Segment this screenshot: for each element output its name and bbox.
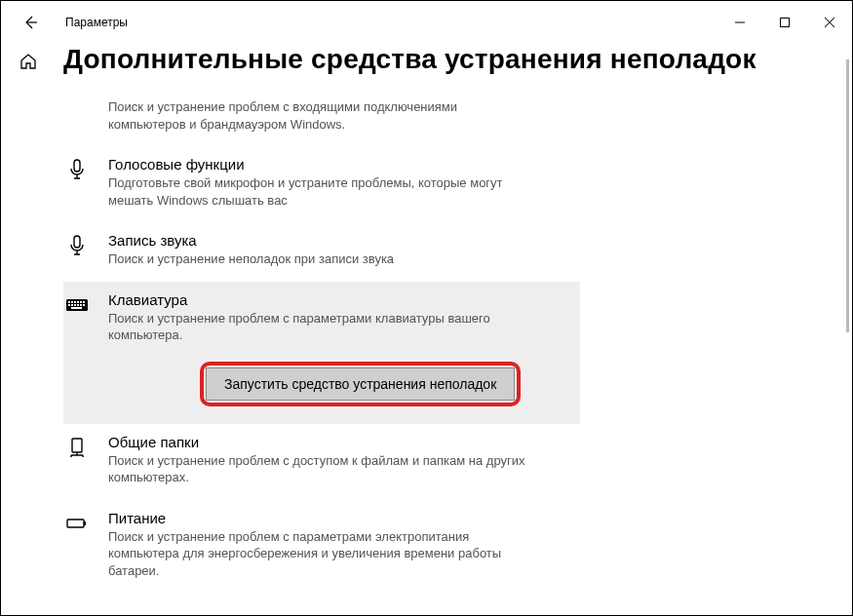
run-troubleshooter-button[interactable]: Запустить средство устранения неполадок <box>206 367 515 401</box>
svg-rect-15 <box>83 304 85 306</box>
maximize-button[interactable] <box>762 7 807 38</box>
home-icon[interactable] <box>19 52 38 71</box>
item-desc: Поиск и устранение проблем с параметрами… <box>108 528 527 580</box>
item-title: Общие папки <box>108 434 603 450</box>
item-desc: Подготовьте свой микрофон и устраните пр… <box>108 174 527 209</box>
svg-rect-6 <box>74 301 76 303</box>
svg-rect-7 <box>77 301 79 303</box>
item-title: Клавиатура <box>108 291 574 308</box>
close-button[interactable] <box>807 7 852 38</box>
minimize-button[interactable] <box>717 7 762 38</box>
microphone-icon <box>63 156 91 183</box>
window-title: Параметры <box>65 16 128 29</box>
svg-rect-19 <box>84 521 86 525</box>
svg-rect-0 <box>781 19 790 27</box>
item-desc: Поиск и устранение проблем с доступом к … <box>108 452 527 486</box>
item-keyboard[interactable]: Клавиатура Поиск и устранение проблем с … <box>63 282 580 424</box>
item-audio-recording[interactable]: Запись звука Поиск и устранение неполадо… <box>63 222 609 282</box>
back-button[interactable] <box>19 11 42 34</box>
svg-rect-9 <box>83 301 85 303</box>
item-desc: Поиск и устранение неполадок при записи … <box>108 250 527 268</box>
svg-rect-16 <box>71 307 82 309</box>
svg-rect-4 <box>68 301 70 303</box>
svg-rect-1 <box>74 160 80 172</box>
svg-rect-8 <box>80 301 82 303</box>
item-desc: Поиск и устранение проблем с входящими п… <box>108 98 527 133</box>
svg-rect-17 <box>72 439 82 452</box>
svg-rect-18 <box>67 520 84 527</box>
window-controls <box>717 7 852 38</box>
svg-rect-13 <box>77 304 79 306</box>
highlight-frame: Запустить средство устранения неполадок <box>200 362 521 406</box>
svg-rect-5 <box>71 301 73 303</box>
title-bar: Параметры <box>1 1 852 44</box>
item-shared-folders[interactable]: Общие папки Поиск и устранение проблем с… <box>63 424 609 500</box>
battery-icon <box>63 510 91 537</box>
page-title: Дополнительные средства устранения непол… <box>63 44 833 75</box>
item-title: Запись звука <box>108 232 603 249</box>
scrollbar[interactable] <box>846 59 849 332</box>
svg-rect-11 <box>71 304 73 306</box>
svg-rect-14 <box>80 304 82 306</box>
item-desc: Поиск и устранение проблем с параметрами… <box>108 310 527 344</box>
item-incoming-connections[interactable]: Поиск и устранение проблем с входящими п… <box>63 89 609 146</box>
keyboard-icon <box>63 291 91 319</box>
item-title: Питание <box>108 510 603 526</box>
network-icon <box>63 98 91 126</box>
svg-rect-12 <box>74 304 76 306</box>
svg-rect-2 <box>74 236 80 248</box>
microphone-icon <box>63 232 91 259</box>
item-power[interactable]: Питание Поиск и устранение проблем с пар… <box>63 500 609 594</box>
shared-folders-icon <box>63 434 91 461</box>
svg-rect-10 <box>68 304 70 306</box>
item-title: Голосовые функции <box>108 156 603 173</box>
item-speech[interactable]: Голосовые функции Подготовьте свой микро… <box>63 146 609 222</box>
